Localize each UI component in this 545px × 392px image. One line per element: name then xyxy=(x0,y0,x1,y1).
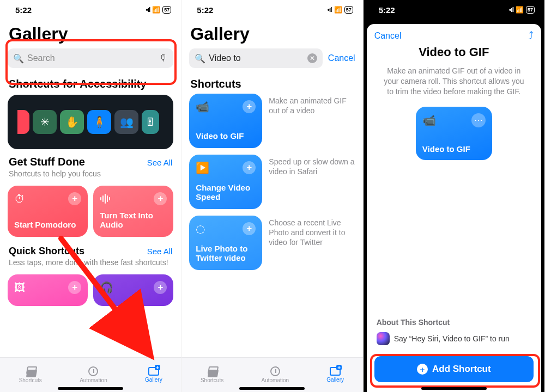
see-all-link[interactable]: See All xyxy=(147,158,173,167)
tab-label: Shortcuts xyxy=(201,377,223,383)
section-shortcuts-title: Shortcuts xyxy=(181,72,362,91)
medical-icon: ✳︎ xyxy=(33,110,57,134)
add-button-label: Add Shortcut xyxy=(432,364,491,375)
search-placeholder: Search xyxy=(27,53,55,63)
timer-icon: ⏱ xyxy=(14,193,25,205)
add-shortcut-plus-icon[interactable]: + xyxy=(243,222,256,235)
page-title: Gallery xyxy=(181,20,362,46)
shortcut-card-pomodoro[interactable]: ⏱ + Start Pomodoro xyxy=(8,186,88,237)
mic-icon[interactable]: 🎙 xyxy=(159,53,168,63)
tab-automation[interactable]: Automation xyxy=(80,366,107,383)
search-value: Video to xyxy=(209,53,240,63)
card-label: Live Photo to Twitter video xyxy=(196,244,256,263)
search-input[interactable]: 🔍 Video to ✕ xyxy=(189,48,323,68)
status-bar: 5:22 57 xyxy=(0,0,181,20)
see-all-link[interactable]: See All xyxy=(147,247,173,256)
siri-icon xyxy=(377,332,390,345)
share-button[interactable]: ⤴︎ xyxy=(528,29,534,42)
result-description: Choose a recent Live Photo and convert i… xyxy=(269,216,355,270)
search-cancel-button[interactable]: Cancel xyxy=(328,53,355,63)
home-indicator xyxy=(421,387,487,390)
tab-shortcuts[interactable]: Shortcuts xyxy=(201,366,223,383)
status-time: 5:22 xyxy=(15,5,32,15)
sheet-title: Video to GIF xyxy=(367,45,541,59)
shortcuts-tab-icon xyxy=(207,366,217,376)
video-icon: 📹 xyxy=(196,100,209,113)
cancel-button[interactable]: Cancel xyxy=(374,31,402,41)
siri-hint-row: Say “Hey Siri, Video to GIF” to run xyxy=(377,332,531,345)
sheet-description: Make an animated GIF out of a video in y… xyxy=(367,59,541,107)
headphones-icon: 🎧 xyxy=(100,281,113,294)
search-result[interactable]: 📹 + Video to GIF Make an animated GIF ou… xyxy=(189,94,355,148)
card-label: Change Video Speed xyxy=(196,183,256,202)
add-shortcut-plus-icon[interactable]: + xyxy=(154,281,167,294)
shortcut-preview-card[interactable]: 📹 ⋯ Video to GIF xyxy=(416,107,492,160)
livephoto-icon: ◌ xyxy=(196,222,205,235)
tab-label: Gallery xyxy=(326,377,344,383)
accessibility-strip[interactable]: ✳︎ ✋ 🧍 👥 🎚 xyxy=(8,95,173,149)
home-indicator xyxy=(58,387,123,390)
more-options-button[interactable]: ⋯ xyxy=(471,113,486,127)
section-getstuff-title: Get Stuff Done xyxy=(0,150,94,169)
tab-gallery[interactable]: Gallery xyxy=(326,367,344,383)
shortcut-detail-sheet: Cancel ⤴︎ Video to GIF Make an animated … xyxy=(367,24,541,392)
gallery-tab-icon xyxy=(330,367,341,376)
play-icon: ▶️ xyxy=(196,161,209,174)
shortcuts-tab-icon xyxy=(25,366,36,376)
card-label: Video to GIF xyxy=(196,131,256,140)
card-label: Video to GIF xyxy=(422,144,486,154)
add-shortcut-plus-icon[interactable]: + xyxy=(154,192,167,205)
cellular-icon xyxy=(509,6,513,14)
gallery-tab-icon xyxy=(148,367,159,376)
result-description: Speed up or slow down a video in Safari xyxy=(269,155,355,209)
section-getstuff-subtitle: Shortcuts to help you focus xyxy=(0,169,181,182)
section-quick-subtitle: Less taps, more done with these fast sho… xyxy=(0,258,181,271)
tab-automation[interactable]: Automation xyxy=(261,366,289,383)
card-label: Turn Text Into Audio xyxy=(100,211,167,230)
search-icon: 🔍 xyxy=(195,53,205,64)
add-shortcut-plus-icon[interactable]: + xyxy=(68,192,81,205)
shortcut-card-text-to-audio[interactable]: + Turn Text Into Audio xyxy=(93,186,173,237)
cellular-icon xyxy=(146,6,150,14)
battery-icon: 57 xyxy=(162,6,171,14)
section-accessibility-title: Shortcuts for Accessibility xyxy=(0,72,181,91)
tab-label: Gallery xyxy=(145,377,162,383)
clear-search-button[interactable]: ✕ xyxy=(307,53,317,63)
card-label: Start Pomodoro xyxy=(14,220,81,229)
search-input[interactable]: 🔍 Search 🎙 xyxy=(8,48,173,68)
result-description: Make an animated GIF out of a video xyxy=(269,94,355,148)
status-bar: 5:22 57 xyxy=(364,0,544,20)
shortcut-card[interactable]: 🎧 + xyxy=(93,274,173,306)
plus-circle-icon: + xyxy=(417,364,428,375)
search-result[interactable]: ◌ + Live Photo to Twitter video Choose a… xyxy=(189,216,355,270)
about-heading: About This Shortcut xyxy=(377,318,531,327)
search-icon: 🔍 xyxy=(13,53,24,64)
siri-hint-text: Say “Hey Siri, Video to GIF” to run xyxy=(394,334,510,343)
tab-label: Shortcuts xyxy=(19,377,42,383)
add-shortcut-plus-icon[interactable]: + xyxy=(68,281,81,294)
sliders-icon: 🎚 xyxy=(142,110,159,134)
search-result[interactable]: ▶️ + Change Video Speed Speed up or slow… xyxy=(189,155,355,209)
tab-label: Automation xyxy=(261,377,289,383)
wifi-icon xyxy=(334,6,342,14)
video-icon: 📹 xyxy=(422,114,436,127)
shortcut-card[interactable]: 🖼 + xyxy=(8,274,88,306)
tab-gallery[interactable]: Gallery xyxy=(145,367,162,383)
tab-shortcuts[interactable]: Shortcuts xyxy=(19,366,42,383)
add-shortcut-plus-icon[interactable]: + xyxy=(243,161,256,174)
battery-icon: 57 xyxy=(344,6,353,14)
waveform-icon xyxy=(100,193,112,204)
page-title: Gallery xyxy=(0,20,181,46)
wifi-icon xyxy=(152,6,160,14)
hand-icon: ✋ xyxy=(60,110,84,134)
status-time: 5:22 xyxy=(379,5,395,15)
wifi-icon xyxy=(516,6,524,14)
home-indicator xyxy=(239,387,305,390)
automation-tab-icon xyxy=(88,366,98,376)
battery-icon: 57 xyxy=(526,6,535,14)
cellular-icon xyxy=(328,6,332,14)
add-shortcut-plus-icon[interactable]: + xyxy=(243,100,256,113)
accessibility-icon: 🧍 xyxy=(87,110,111,134)
add-shortcut-button[interactable]: + Add Shortcut xyxy=(374,356,534,382)
section-quick-title: Quick Shortcuts xyxy=(0,240,93,258)
